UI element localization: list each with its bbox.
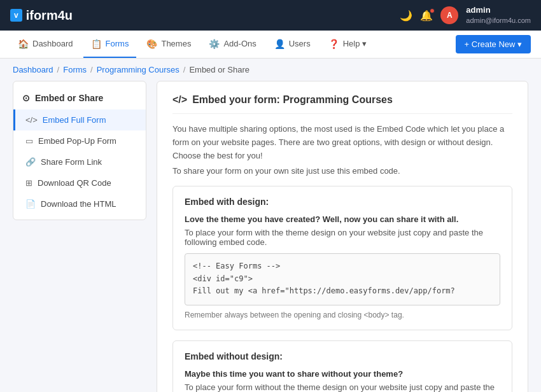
sidebar-item-embed-full-label: Embed Full Form	[43, 115, 106, 125]
sidebar: ⊙ Embed or Share </> Embed Full Form ▭ E…	[13, 81, 146, 220]
create-new-button[interactable]: + Create New ▾	[456, 35, 531, 53]
sidebar-item-embed-popup[interactable]: ▭ Embed Pop-Up Form	[13, 130, 146, 151]
forms-icon: 📋	[91, 39, 102, 49]
embed-with-design-code[interactable]: <!-- Easy Forms --> <div id="c9"> Fill o…	[185, 253, 500, 305]
nav-users-label: Users	[289, 39, 311, 48]
embed-popup-icon: ▭	[25, 136, 33, 146]
share-link-icon: 🔗	[25, 157, 36, 167]
content-title-icon: </>	[172, 94, 187, 106]
breadcrumb-programming-courses[interactable]: Programming Courses	[97, 65, 179, 74]
nav-addons[interactable]: ⚙️ Add-Ons	[201, 31, 263, 58]
sidebar-title: ⊙ Embed or Share	[13, 87, 146, 109]
breadcrumb-sep-1: /	[57, 65, 60, 74]
avatar[interactable]: A	[440, 6, 458, 24]
sidebar-item-download-html[interactable]: 📄 Download the HTML	[13, 193, 146, 214]
embed-code-scroll-1: <!-- Easy Forms --> <div id="c9"> Fill o…	[193, 260, 492, 298]
nav-users[interactable]: 👤 Users	[267, 31, 318, 58]
code-line-3: Fill out my <a href="https://demo.easyfo…	[193, 285, 492, 299]
embed-with-design-note: Remember always between the opening and …	[185, 311, 500, 319]
nav-themes-label: Themes	[161, 39, 191, 48]
content-description-1: You have multiple sharing options, the m…	[172, 123, 512, 162]
themes-icon: 🎨	[146, 39, 157, 49]
embed-share-icon: ⊙	[22, 93, 30, 103]
moon-icon[interactable]: 🌙	[400, 10, 412, 22]
sidebar-item-share-link[interactable]: 🔗 Share Form Link	[13, 151, 146, 172]
nav-forms[interactable]: 📋 Forms	[83, 31, 137, 58]
user-email: admin@iform4u.com	[466, 16, 531, 25]
main-nav: 🏠 Dashboard 📋 Forms 🎨 Themes ⚙️ Add-Ons …	[0, 31, 541, 59]
header-right: 🌙 🔔 A admin admin@iform4u.com	[400, 5, 531, 25]
sidebar-item-share-link-label: Share Form Link	[41, 157, 102, 167]
addons-icon: ⚙️	[209, 39, 220, 49]
main-container: ⊙ Embed or Share </> Embed Full Form ▭ E…	[0, 81, 541, 392]
sidebar-item-embed-popup-label: Embed Pop-Up Form	[38, 136, 116, 146]
embed-without-design-title: Embed without design:	[185, 351, 500, 361]
embed-without-design-card: Embed without design: Maybe this time yo…	[172, 340, 512, 392]
embed-with-design-subtitle: Love the theme you have created? Well, n…	[185, 214, 500, 224]
breadcrumb-forms[interactable]: Forms	[63, 65, 87, 74]
breadcrumb-sep-3: /	[183, 65, 186, 74]
nav-forms-label: Forms	[106, 39, 129, 48]
embed-with-design-title: Embed with design:	[185, 197, 500, 207]
embed-with-design-card: Embed with design: Love the theme you ha…	[172, 186, 512, 330]
content-description-2: To share your form on your own site just…	[172, 166, 512, 176]
nav-help[interactable]: ❓ Help ▾	[321, 31, 374, 58]
help-icon: ❓	[328, 39, 339, 49]
dashboard-icon: 🏠	[18, 39, 29, 49]
content-area: </> Embed your form: Programming Courses…	[157, 81, 528, 392]
nav-help-label: Help ▾	[343, 39, 367, 48]
user-info: admin admin@iform4u.com	[466, 5, 531, 25]
code-line-2: <div id="c9">	[193, 273, 492, 285]
embed-without-design-subtitle: Maybe this time you want to share withou…	[185, 369, 500, 379]
breadcrumb: Dashboard / Forms / Programming Courses …	[0, 59, 541, 81]
download-qr-icon: ⊞	[25, 178, 32, 188]
breadcrumb-current: Embed or Share	[189, 65, 249, 74]
user-name: admin	[466, 5, 531, 16]
nav-themes[interactable]: 🎨 Themes	[139, 31, 199, 58]
embed-without-design-desc: To place your form without the theme des…	[185, 382, 500, 392]
nav-dashboard-label: Dashboard	[32, 39, 73, 48]
code-line-1: <!-- Easy Forms -->	[193, 260, 492, 272]
users-icon: 👤	[274, 39, 285, 49]
content-title: </> Embed your form: Programming Courses	[172, 94, 512, 114]
header: v iform4u 🌙 🔔 A admin admin@iform4u.com	[0, 0, 541, 31]
breadcrumb-dashboard[interactable]: Dashboard	[13, 65, 53, 74]
sidebar-item-embed-full[interactable]: </> Embed Full Form	[13, 109, 146, 130]
sidebar-item-download-html-label: Download the HTML	[41, 199, 116, 209]
nav-dashboard[interactable]: 🏠 Dashboard	[10, 31, 81, 58]
notification-icon[interactable]: 🔔	[420, 10, 433, 22]
logo-text: iform4u	[26, 8, 73, 23]
download-html-icon: 📄	[25, 199, 36, 209]
nav-items: 🏠 Dashboard 📋 Forms 🎨 Themes ⚙️ Add-Ons …	[10, 31, 374, 58]
sidebar-item-download-qr-label: Download QR Code	[38, 178, 111, 188]
logo[interactable]: v iform4u	[10, 8, 73, 23]
nav-addons-label: Add-Ons	[223, 39, 256, 48]
logo-icon: v	[10, 9, 22, 22]
embed-full-icon: </>	[25, 115, 38, 125]
breadcrumb-sep-2: /	[90, 65, 93, 74]
sidebar-item-download-qr[interactable]: ⊞ Download QR Code	[13, 172, 146, 193]
embed-with-design-desc: To place your form with the theme design…	[185, 228, 500, 247]
